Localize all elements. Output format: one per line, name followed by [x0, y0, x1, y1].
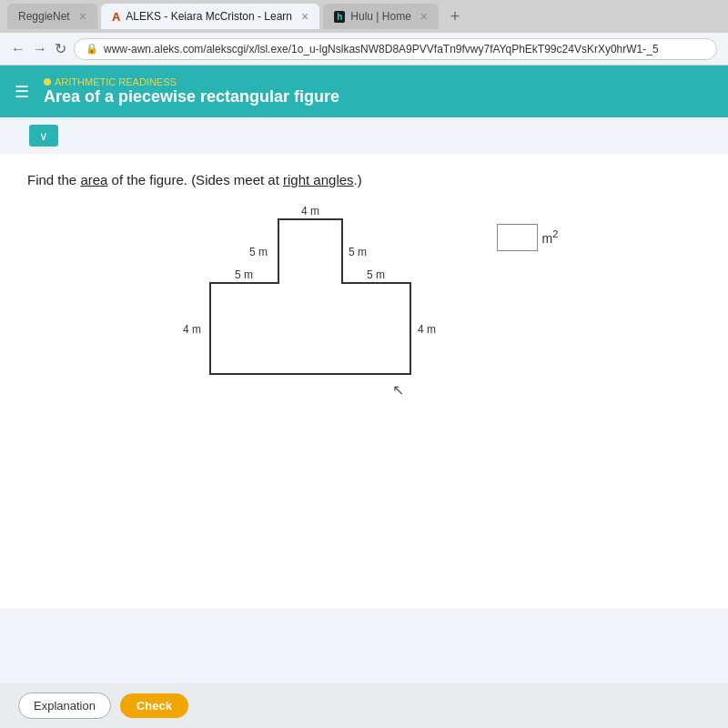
forward-button[interactable]: → — [33, 41, 47, 57]
label-middle-left: 5 m — [235, 268, 253, 281]
label-top: 4 m — [301, 206, 319, 217]
hulu-icon: h — [334, 11, 345, 23]
back-button[interactable]: ← — [11, 41, 25, 57]
shape-svg: 4 m 5 m 5 m 5 m 5 m 4 m 4 m ↖ — [160, 206, 470, 415]
hamburger-menu[interactable]: ☰ — [15, 82, 29, 102]
tab-close-aleks[interactable]: × — [301, 9, 308, 24]
label-right-top: 5 m — [349, 246, 367, 258]
right-angles-word: right angles — [283, 172, 354, 187]
question-text: Find the area of the figure. (Sides meet… — [27, 172, 710, 187]
tab-hulu[interactable]: h Hulu | Home × — [323, 4, 439, 29]
answer-box: m2 — [497, 224, 558, 251]
expand-button[interactable]: ∨ — [29, 125, 58, 147]
exponent: 2 — [552, 228, 558, 239]
address-bar: ← → ↻ 🔒 www-awn.aleks.com/alekscgi/x/lsl… — [0, 33, 728, 66]
tab-bar: ReggieNet × A ALEKS - Keiara McCriston -… — [0, 0, 728, 33]
header-subtitle: ARITHMETIC READINESS — [44, 76, 339, 87]
label-bottom-right: 4 m — [418, 323, 436, 336]
header-text: ARITHMETIC READINESS Area of a piecewise… — [44, 76, 339, 106]
browser-chrome: ReggieNet × A ALEKS - Keiara McCriston -… — [0, 0, 728, 66]
tab-close-reggiennet[interactable]: × — [79, 9, 86, 24]
url-bar[interactable]: 🔒 www-awn.aleks.com/alekscgi/x/lsl.exe/1… — [74, 38, 717, 60]
shape-polygon — [210, 219, 410, 374]
lock-icon: 🔒 — [86, 43, 98, 55]
tab-close-hulu[interactable]: × — [420, 9, 428, 24]
refresh-button[interactable]: ↻ — [55, 40, 66, 57]
new-tab-button[interactable]: + — [442, 4, 468, 29]
content-area: ☰ ARITHMETIC READINESS Area of a piecewi… — [0, 66, 728, 728]
answer-input[interactable] — [497, 224, 538, 251]
label-left-top: 5 m — [249, 246, 268, 258]
tab-label-hulu: Hulu | Home — [350, 10, 410, 23]
label-middle-right: 5 m — [367, 268, 385, 281]
tab-reggiennet[interactable]: ReggieNet × — [7, 4, 97, 29]
check-button[interactable]: Check — [120, 693, 188, 718]
explanation-button[interactable]: Explanation — [18, 693, 111, 719]
subject-label: ARITHMETIC READINESS — [55, 76, 177, 87]
url-text: www-awn.aleks.com/alekscgi/x/lsl.exe/1o_… — [104, 43, 659, 56]
tab-label-aleks: ALEKS - Keiara McCriston - Learn — [126, 10, 292, 23]
label-bottom-left: 4 m — [183, 323, 201, 336]
bottom-bar: Explanation Check — [0, 683, 728, 728]
tab-label: ReggieNet — [18, 10, 70, 23]
cursor-indicator: ↖ — [392, 382, 404, 398]
tab-aleks[interactable]: A ALEKS - Keiara McCriston - Learn × — [101, 4, 319, 29]
shape-wrapper: 4 m 5 m 5 m 5 m 5 m 4 m 4 m ↖ — [160, 206, 470, 406]
question-area: Find the area of the figure. (Sides meet… — [0, 154, 728, 609]
aleks-header: ☰ ARITHMETIC READINESS Area of a piecewi… — [0, 66, 728, 117]
area-word: area — [80, 172, 107, 187]
aleks-icon: A — [112, 10, 120, 24]
figure-container: 4 m 5 m 5 m 5 m 5 m 4 m 4 m ↖ — [27, 206, 710, 406]
unit-label: m2 — [541, 228, 558, 246]
status-dot — [44, 78, 51, 86]
page-title: Area of a piecewise rectangular figure — [44, 87, 339, 106]
